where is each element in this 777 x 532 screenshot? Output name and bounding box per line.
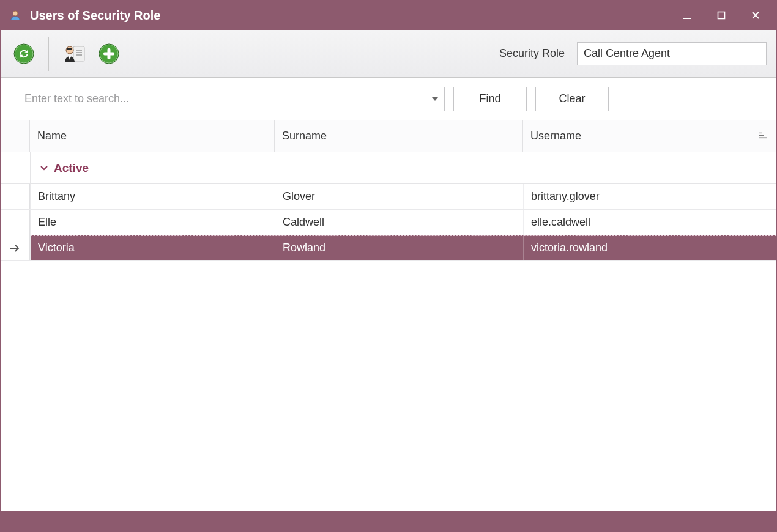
svg-rect-16	[759, 135, 764, 136]
svg-rect-1	[683, 18, 691, 19]
user-details-button[interactable]	[60, 40, 89, 67]
cell-username[interactable]: brittany.glover	[524, 184, 776, 209]
search-wrap	[17, 87, 445, 111]
current-row-arrow-icon	[10, 244, 21, 253]
cell-username[interactable]: elle.caldwell	[524, 210, 776, 235]
svg-rect-17	[759, 137, 767, 138]
row-indicator-header	[1, 120, 30, 152]
group-row-indicator	[1, 152, 30, 183]
svg-point-3	[14, 44, 34, 64]
grid-body: Active BrittanyGloverbrittany.gloverElle…	[1, 152, 776, 511]
table-row[interactable]: BrittanyGloverbrittany.glover	[1, 184, 776, 210]
clear-button[interactable]: Clear	[535, 87, 609, 111]
svg-rect-5	[73, 46, 84, 61]
close-button[interactable]	[738, 1, 773, 30]
column-header-username-label: Username	[530, 130, 581, 142]
maximize-button[interactable]	[704, 1, 738, 30]
column-header-name[interactable]: Name	[30, 120, 275, 152]
row-body: VictoriaRowlandvictoria.rowland	[30, 235, 776, 260]
toolbar-separator	[48, 37, 49, 71]
chevron-down-icon[interactable]	[39, 163, 49, 173]
titlebar: Users of Security Role	[1, 1, 776, 30]
minimize-button[interactable]	[670, 1, 704, 30]
find-button[interactable]: Find	[453, 87, 527, 111]
column-header-username[interactable]: Username	[523, 120, 776, 152]
row-body: ElleCaldwellelle.caldwell	[30, 210, 776, 235]
cell-surname[interactable]: Rowland	[275, 235, 524, 260]
cell-username[interactable]: victoria.rowland	[524, 235, 776, 260]
row-indicator	[1, 235, 30, 260]
svg-point-0	[13, 11, 18, 16]
sort-ascending-icon	[759, 130, 768, 142]
refresh-button[interactable]	[10, 40, 37, 67]
row-indicator	[1, 210, 30, 235]
search-dropdown-button[interactable]	[425, 87, 444, 111]
grid-header: Name Surname Username	[1, 120, 776, 152]
toolbar: Security Role Call Centre Agent	[1, 30, 776, 78]
row-body: BrittanyGloverbrittany.glover	[30, 184, 776, 209]
add-button[interactable]	[95, 40, 122, 67]
security-role-label: Security Role	[499, 47, 565, 60]
security-role-value: Call Centre Agent	[584, 47, 670, 60]
table-row[interactable]: ElleCaldwellelle.caldwell	[1, 210, 776, 235]
svg-rect-15	[759, 132, 762, 133]
group-row-active[interactable]: Active	[1, 152, 776, 184]
column-header-surname[interactable]: Surname	[275, 120, 523, 152]
security-role-field[interactable]: Call Centre Agent	[577, 42, 767, 65]
cell-name[interactable]: Brittany	[31, 184, 275, 209]
cell-surname[interactable]: Caldwell	[275, 210, 524, 235]
cell-name[interactable]: Elle	[31, 210, 275, 235]
group-label: Active	[54, 161, 89, 175]
search-strip: Find Clear	[1, 78, 776, 120]
svg-rect-14	[103, 52, 114, 55]
search-input[interactable]	[17, 92, 425, 105]
table-row[interactable]: VictoriaRowlandvictoria.rowland	[1, 235, 776, 261]
group-row-content: Active	[30, 152, 776, 183]
svg-rect-10	[67, 48, 72, 50]
status-bar	[1, 511, 776, 531]
grid: Name Surname Username	[1, 120, 776, 511]
user-icon	[9, 9, 21, 21]
svg-rect-2	[718, 12, 725, 19]
window-title: Users of Security Role	[30, 9, 160, 23]
row-indicator	[1, 184, 30, 209]
cell-surname[interactable]: Glover	[275, 184, 524, 209]
cell-name[interactable]: Victoria	[31, 235, 275, 260]
window: Users of Security Role	[0, 0, 777, 532]
